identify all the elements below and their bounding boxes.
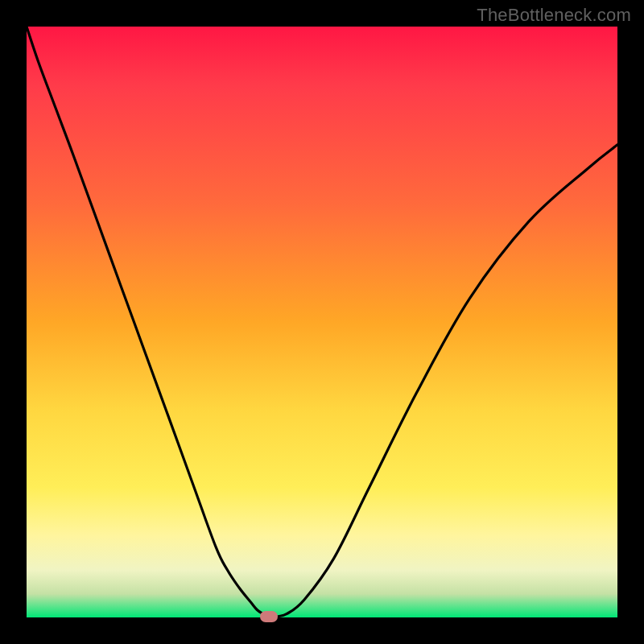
plot-area — [27, 27, 617, 617]
watermark-text: TheBottleneck.com — [477, 5, 631, 26]
chart-frame: TheBottleneck.com — [0, 0, 644, 644]
minimum-marker — [260, 611, 278, 622]
bottleneck-curve — [27, 27, 617, 617]
